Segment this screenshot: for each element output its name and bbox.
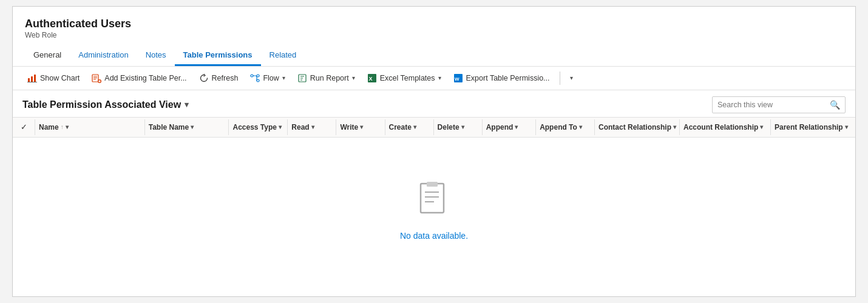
more-options-button[interactable]: ▾ [565, 72, 578, 84]
tabs: General Administration Notes Table Permi… [25, 45, 843, 66]
col-delete-chevron-icon: ▾ [461, 124, 464, 130]
col-write-chevron-icon: ▾ [360, 124, 363, 130]
col-header-name[interactable]: Name ↑ ▾ [35, 119, 144, 135]
flow-chevron-icon: ▾ [282, 75, 285, 81]
run-report-chevron-icon: ▾ [352, 75, 355, 81]
svg-rect-1 [31, 76, 33, 82]
svg-point-13 [257, 79, 259, 82]
col-appendto-label: Append To [540, 123, 577, 132]
excel-templates-label: Excel Templates [380, 74, 435, 82]
svg-point-11 [251, 75, 253, 77]
tab-general[interactable]: General [25, 45, 70, 66]
flow-button[interactable]: Flow ▾ [245, 70, 290, 86]
svg-rect-3 [27, 82, 37, 82]
tab-administration[interactable]: Administration [70, 45, 137, 66]
view-title-chevron-icon: ▾ [185, 100, 189, 109]
view-header: Table Permission Associated View ▾ 🔍 [13, 90, 855, 117]
col-parent-label: Parent Relationship [775, 123, 843, 132]
no-data-icon [416, 181, 452, 224]
tab-notes[interactable]: Notes [137, 45, 175, 66]
empty-state: No data available. [13, 138, 855, 296]
col-header-access-type[interactable]: Access Type ▾ [228, 119, 287, 135]
flow-icon [250, 73, 260, 83]
col-append-chevron-icon: ▾ [515, 124, 518, 130]
col-access-chevron-icon: ▾ [279, 124, 282, 130]
page-title: Authenticated Users [25, 18, 843, 31]
search-box: 🔍 [712, 96, 846, 113]
col-header-delete[interactable]: Delete ▾ [433, 119, 482, 135]
col-appendto-chevron-icon: ▾ [579, 124, 582, 130]
export-button[interactable]: W Export Table Permissio... [449, 70, 555, 86]
tab-related[interactable]: Related [261, 45, 305, 66]
column-headers: ✓ Name ↑ ▾ Table Name ▾ Access Type ▾ Re… [13, 117, 855, 138]
svg-text:X: X [368, 76, 372, 82]
excel-templates-button[interactable]: X Excel Templates ▾ [362, 70, 446, 86]
add-existing-button[interactable]: Add Existing Table Per... [87, 70, 191, 86]
col-write-label: Write [340, 123, 358, 132]
svg-rect-0 [28, 78, 30, 82]
col-delete-label: Delete [438, 123, 459, 132]
add-existing-label: Add Existing Table Per... [104, 74, 186, 82]
col-account-chevron-icon: ▾ [760, 124, 763, 130]
page-container: Authenticated Users Web Role General Adm… [12, 6, 856, 297]
svg-rect-26 [427, 182, 438, 187]
toolbar: Show Chart Add Existing Table Per... [13, 67, 855, 90]
refresh-button[interactable]: Refresh [194, 70, 243, 86]
col-name-chevron-icon: ▾ [66, 124, 69, 130]
tab-table-permissions[interactable]: Table Permissions [175, 45, 261, 66]
select-all-checkbox[interactable]: ✓ [13, 122, 35, 132]
flow-label: Flow [263, 74, 279, 82]
export-icon: W [453, 73, 463, 83]
toolbar-separator [560, 72, 560, 85]
col-header-append[interactable]: Append ▾ [482, 119, 535, 135]
col-append-label: Append [486, 123, 514, 132]
col-access-label: Access Type [232, 123, 277, 132]
col-header-account-relationship[interactable]: Account Relationship ▾ [679, 119, 770, 135]
col-header-create[interactable]: Create ▾ [385, 119, 433, 135]
col-table-chevron-icon: ▾ [191, 124, 194, 130]
col-header-write[interactable]: Write ▾ [336, 119, 384, 135]
col-read-label: Read [291, 123, 309, 132]
view-title[interactable]: Table Permission Associated View ▾ [22, 99, 189, 110]
col-header-parent-relationship[interactable]: Parent Relationship ▾ [770, 119, 855, 135]
excel-chevron-icon: ▾ [438, 75, 441, 81]
col-contact-label: Contact Relationship [598, 123, 671, 132]
show-chart-label: Show Chart [40, 74, 80, 82]
chart-icon [27, 73, 37, 83]
col-create-label: Create [389, 123, 412, 132]
search-input[interactable] [713, 98, 825, 112]
page-subtitle: Web Role [25, 31, 843, 39]
refresh-label: Refresh [212, 74, 239, 82]
header: Authenticated Users Web Role General Adm… [13, 7, 855, 67]
col-header-append-to[interactable]: Append To ▾ [535, 119, 594, 135]
col-read-chevron-icon: ▾ [311, 124, 314, 130]
add-existing-icon [92, 73, 101, 83]
col-parent-chevron-icon: ▾ [845, 124, 848, 130]
svg-rect-2 [34, 75, 36, 82]
col-table-label: Table Name [149, 123, 189, 132]
view-title-text: Table Permission Associated View [22, 99, 181, 110]
svg-rect-22 [421, 184, 444, 213]
show-chart-button[interactable]: Show Chart [22, 70, 84, 86]
run-report-icon [297, 73, 307, 83]
search-button[interactable]: 🔍 [825, 97, 845, 113]
no-data-message: No data available. [400, 231, 468, 241]
run-report-label: Run Report [310, 74, 349, 82]
col-create-chevron-icon: ▾ [413, 124, 416, 130]
svg-point-12 [257, 75, 259, 77]
refresh-icon [199, 73, 209, 83]
col-name-label: Name [39, 123, 59, 132]
checkmark-icon: ✓ [21, 122, 27, 132]
export-label: Export Table Permissio... [466, 74, 550, 82]
col-header-contact-relationship[interactable]: Contact Relationship ▾ [594, 119, 679, 135]
col-header-read[interactable]: Read ▾ [287, 119, 336, 135]
more-chevron-icon: ▾ [570, 75, 573, 81]
col-account-label: Account Relationship [683, 123, 758, 132]
col-header-table-name[interactable]: Table Name ▾ [144, 119, 229, 135]
svg-text:W: W [455, 76, 459, 82]
run-report-button[interactable]: Run Report ▾ [293, 70, 360, 86]
sort-up-icon: ↑ [61, 124, 64, 130]
col-contact-chevron-icon: ▾ [673, 124, 676, 130]
excel-icon: X [367, 73, 377, 83]
